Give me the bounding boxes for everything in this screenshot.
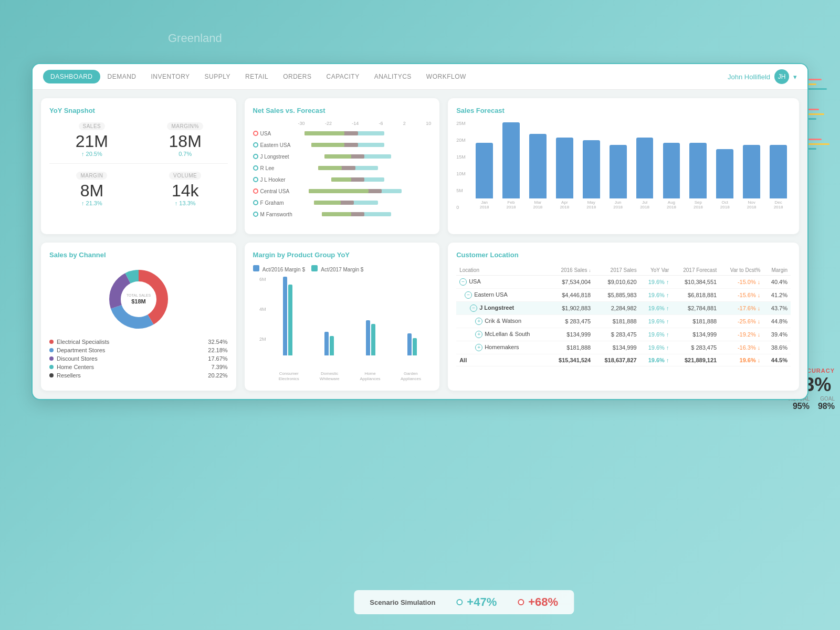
bar-dot-fgraham xyxy=(253,200,258,205)
y-axis: 25M20M15M10M5M0 xyxy=(456,121,466,210)
bar-row-hooker: J L Hooker xyxy=(253,175,432,184)
cell-jlong-margin: 43.7% xyxy=(763,302,791,315)
bar-label-fgraham: F Graham xyxy=(253,200,295,206)
scenario-simulation: Scenario Simulation +47% +68% xyxy=(354,590,574,614)
dot-resellers xyxy=(49,373,54,377)
product-label-domestic: DomesticWhiteware xyxy=(309,371,350,382)
nav-demand[interactable]: DEMAND xyxy=(100,70,144,83)
nav-workflow[interactable]: WORKFLOW xyxy=(419,70,474,83)
cell-crik-name: +Crik & Watson xyxy=(456,315,548,328)
cell-eastern-2017: $5,885,983 xyxy=(594,289,639,302)
bar-group-home-appliances xyxy=(351,277,390,355)
label-resellers: Resellers xyxy=(57,372,81,379)
pct-electrical: 32.54% xyxy=(208,339,227,345)
nav-orders[interactable]: ORDERS xyxy=(276,70,319,83)
cell-eastern-2016: $4,446,818 xyxy=(548,289,594,302)
cell-jlong-yoy: 19.6% ↑ xyxy=(640,302,673,315)
cell-total-margin: 44.5% xyxy=(763,354,791,366)
cell-jlong-name: −J Longstreet xyxy=(456,302,548,315)
location-card: Customer Location Location 2016 Sales ↓ … xyxy=(448,243,799,391)
cell-eastern-name: −Eastern USA xyxy=(456,289,548,302)
nav-capacity[interactable]: CAPACITY xyxy=(319,70,367,83)
forecast-bar-chart: Jan2018 Feb2018 Mar2018 Apr2018 xyxy=(472,121,791,226)
expand-eastern[interactable]: − xyxy=(465,291,472,299)
expand-crik[interactable]: + xyxy=(475,318,482,325)
cell-total-label: All xyxy=(456,354,548,366)
sales-label: SALES xyxy=(79,122,106,130)
svg-text:TOTAL SALES: TOTAL SALES xyxy=(127,293,151,297)
bar-dot-eastern xyxy=(253,142,258,148)
cell-jlong-var: -17.6% ↓ xyxy=(720,302,763,315)
net-sales-card: Net Sales vs. Forecast -30-22-14-6210 US… xyxy=(245,98,440,234)
cell-usa-var: -15.0% ↓ xyxy=(720,276,763,289)
nav-inventory[interactable]: INVENTORY xyxy=(144,70,197,83)
bar-dot-rlee xyxy=(253,165,258,171)
metrics-grid-2: MARGIN 8M 21.3% VOLUME 14k 13.3% xyxy=(49,170,228,206)
metrics-grid: SALES 21M 20.5% MARGIN% 18M 0.7% xyxy=(49,121,228,157)
sales-change: 20.5% xyxy=(49,151,134,157)
forecast-chart-wrap: 25M20M15M10M5M0 Jan2018 Feb2018 Mar2018 xyxy=(456,121,791,226)
bar-row-jlong: J Longstreet xyxy=(253,152,432,161)
nav-retail[interactable]: RETAIL xyxy=(238,70,276,83)
expand-jlong[interactable]: − xyxy=(470,304,477,312)
cell-usa-2016: $7,534,004 xyxy=(548,276,594,289)
bar-label-usa: USA xyxy=(253,131,295,136)
net-sales-title: Net Sales vs. Forecast xyxy=(253,107,432,114)
expand-usa[interactable]: − xyxy=(459,278,467,286)
col-var: Var to Dcst% xyxy=(720,265,763,276)
expand-homemakers[interactable]: + xyxy=(475,344,482,351)
cell-crik-2016: $ 283,475 xyxy=(548,315,594,328)
cell-total-forecast: $21,889,121 xyxy=(672,354,720,366)
product-label-garden: GardenAppliances xyxy=(391,371,431,382)
cell-jlong-2017: 2,284,982 xyxy=(594,302,639,315)
cell-crik-2017: $181,888 xyxy=(594,315,639,328)
legend-department: Department Stores 22.18% xyxy=(49,347,228,353)
row-eastern: −Eastern USA $4,446,818 $5,885,983 19.6%… xyxy=(456,289,791,302)
bar-row-fgraham: F Graham xyxy=(253,198,432,207)
row-mclellan: +McLellan & South $134,999 $ 283,475 19.… xyxy=(456,328,791,341)
bar-nov: Nov2018 xyxy=(739,121,764,210)
scenario-val1-wrap: +47% xyxy=(456,595,497,609)
cell-homemakers-forecast: $ 283,475 xyxy=(672,341,720,354)
row-usa: −USA $7,534,004 $9,010,620 19.6% ↑ $10,3… xyxy=(456,276,791,289)
bars-rlee xyxy=(298,164,432,172)
label-electrical: Electrical Specialists xyxy=(57,339,109,345)
goal-label: GOAL xyxy=(818,396,835,402)
bars-jlong xyxy=(298,152,432,161)
scenario-title: Scenario Simulation xyxy=(370,598,435,606)
bars-mfarn xyxy=(298,210,432,218)
sales-metric: SALES 21M 20.5% xyxy=(49,121,134,157)
bar-group-garden xyxy=(393,277,431,355)
bar-oct: Oct2018 xyxy=(712,121,737,210)
legend-home: Home Centers 7.39% xyxy=(49,364,228,370)
margin-change: 21.3% xyxy=(49,200,134,206)
nav-dashboard[interactable]: DASHBOARD xyxy=(43,70,100,83)
bars-hooker xyxy=(298,175,432,184)
svg-text:$18M: $18M xyxy=(131,298,146,304)
nav-supply[interactable]: SUPPLY xyxy=(197,70,238,83)
bars-usa xyxy=(298,129,432,138)
cell-crik-margin: 44.8% xyxy=(763,315,791,328)
user-menu[interactable]: John Hollifield JH ▾ xyxy=(728,69,797,84)
main-grid: YoY Snapshot SALES 21M 20.5% MARGIN% 18M… xyxy=(33,90,807,399)
nav-analytics[interactable]: ANALITYCS xyxy=(367,70,419,83)
volume-metric: VOLUME 14k 13.3% xyxy=(143,170,228,206)
scenario-val2: +68% xyxy=(528,595,558,609)
bar-mar: Mar2018 xyxy=(526,121,550,210)
cell-eastern-var: -15.6% ↓ xyxy=(720,289,763,302)
axis-labels: -30-22-14-6210 xyxy=(253,121,432,126)
cell-mclellan-var: -19.2% ↓ xyxy=(720,328,763,341)
label-discount: Discount Stores xyxy=(57,355,98,362)
expand-mclellan[interactable]: + xyxy=(475,331,482,338)
bar-dot-mfarn xyxy=(253,212,258,217)
scenario-val1: +47% xyxy=(467,595,497,609)
dropdown-icon[interactable]: ▾ xyxy=(793,73,797,81)
goal-value: 98% xyxy=(818,402,835,411)
forecast-card: Sales Forecast 25M20M15M10M5M0 Jan2018 F… xyxy=(448,98,799,234)
margin-label: MARGIN xyxy=(76,172,107,180)
bar-row-eastern: Eastern USA xyxy=(253,141,432,149)
bar-dot-jlong xyxy=(253,154,258,159)
cell-eastern-yoy: 19.6% ↑ xyxy=(640,289,673,302)
col-2016[interactable]: 2016 Sales ↓ xyxy=(548,265,594,276)
cell-usa-yoy: 19.6% ↑ xyxy=(640,276,673,289)
